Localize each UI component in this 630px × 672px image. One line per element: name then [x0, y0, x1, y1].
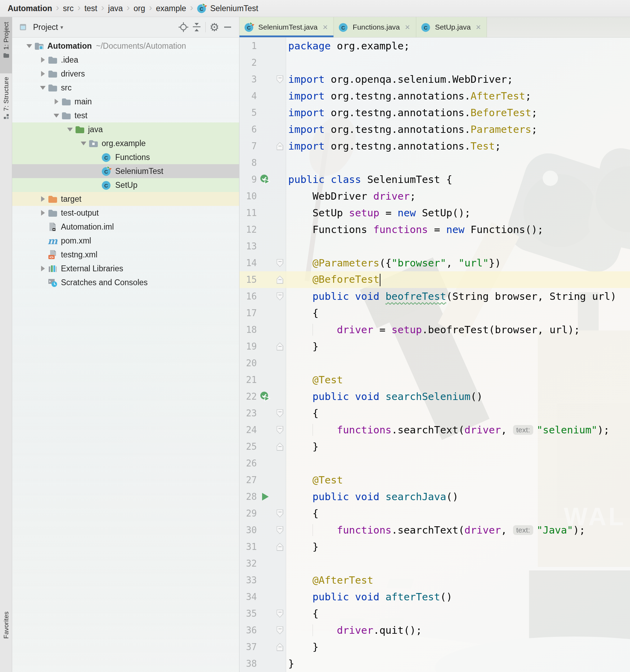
tree-item--idea[interactable]: .idea	[12, 53, 239, 67]
chevron-down-icon[interactable]: ▾	[61, 24, 63, 31]
line-number[interactable]: 1	[239, 41, 257, 51]
breadcrumb-item-java[interactable]: java	[108, 4, 123, 13]
fold-marker-up[interactable]	[274, 543, 286, 551]
close-icon[interactable]: ✕	[475, 23, 481, 31]
tree-item-pom-xml[interactable]: mpom.xml	[12, 234, 239, 248]
close-icon[interactable]: ✕	[405, 23, 410, 31]
line-number[interactable]: 12	[239, 224, 257, 235]
fold-marker-down[interactable]	[274, 610, 286, 618]
breadcrumb-item-seleniumtest[interactable]: CSeleniumTest	[197, 3, 258, 14]
fold-marker-up[interactable]	[274, 643, 286, 651]
line-number[interactable]: 15	[239, 274, 257, 285]
tree-expanded-arrow[interactable]	[79, 142, 88, 145]
editor-tab-functions-java[interactable]: CFunctions.java✕	[334, 17, 416, 37]
tool-window-button-favorites[interactable]: Favorites	[0, 611, 12, 667]
run-icon[interactable]	[257, 492, 274, 501]
tree-item-scratches-and-consoles[interactable]: Scratches and Consoles	[12, 275, 239, 289]
fold-marker-down[interactable]	[274, 626, 286, 634]
tree-collapsed-arrow[interactable]	[38, 71, 47, 77]
line-number[interactable]: 25	[239, 441, 257, 452]
line-number[interactable]: 29	[239, 508, 257, 519]
editor-tab-seleniumtest-java[interactable]: CSeleniumTest.java✕	[239, 17, 334, 37]
fold-marker-down[interactable]	[274, 75, 286, 83]
line-number[interactable]: 19	[239, 341, 257, 352]
line-number[interactable]: 3	[239, 74, 257, 85]
line-number[interactable]: 20	[239, 358, 257, 368]
line-number[interactable]: 16	[239, 291, 257, 302]
line-number[interactable]: 21	[239, 375, 257, 385]
fold-marker-down[interactable]	[274, 259, 286, 267]
hide-icon[interactable]	[221, 21, 234, 34]
tree-item-src[interactable]: src	[12, 81, 239, 95]
line-number[interactable]: 2	[239, 57, 257, 68]
tree-expanded-arrow[interactable]	[52, 114, 61, 118]
line-number[interactable]: 31	[239, 542, 257, 552]
tree-expanded-arrow[interactable]	[25, 44, 34, 48]
fold-marker-down[interactable]	[274, 426, 286, 434]
tree-item-main[interactable]: main	[12, 95, 239, 109]
line-number[interactable]: 35	[239, 608, 257, 619]
fold-marker-down[interactable]	[274, 526, 286, 534]
tree-item-seleniumtest[interactable]: CSeleniumTest	[12, 164, 239, 178]
breadcrumb-item-org[interactable]: org	[134, 4, 145, 13]
line-number[interactable]: 36	[239, 625, 257, 635]
line-number[interactable]: 9	[239, 174, 257, 185]
line-number[interactable]: 23	[239, 408, 257, 418]
tool-window-button-7-structure[interactable]: 7: Structure	[0, 72, 12, 160]
panel-title[interactable]: Project	[33, 23, 58, 32]
line-number[interactable]: 14	[239, 258, 257, 268]
line-number[interactable]: 33	[239, 575, 257, 585]
tool-window-button-1-project[interactable]: 1: Project	[0, 17, 12, 73]
tree-item-testng-xml[interactable]: <>testng.xml	[12, 248, 239, 262]
tree-collapsed-arrow[interactable]	[52, 99, 61, 104]
line-number[interactable]: 5	[239, 107, 257, 118]
line-number[interactable]: 11	[239, 208, 257, 218]
fold-marker-down[interactable]	[274, 293, 286, 301]
line-number[interactable]: 13	[239, 241, 257, 251]
close-icon[interactable]: ✕	[322, 23, 328, 31]
line-number[interactable]: 7	[239, 141, 257, 151]
code-editor[interactable]: 1package org.example;23import org.openqa…	[239, 38, 630, 672]
tree-expanded-arrow[interactable]	[65, 128, 74, 131]
tree-expanded-arrow[interactable]	[38, 86, 47, 90]
line-number[interactable]: 28	[239, 491, 257, 502]
tree-collapsed-arrow[interactable]	[38, 210, 47, 216]
tree-collapsed-arrow[interactable]	[38, 57, 47, 63]
tree-item-automation[interactable]: Automation~/Documents/Automation	[12, 39, 239, 53]
tree-item-automation-iml[interactable]: Automation.iml	[12, 220, 239, 234]
tree-item-setup[interactable]: CSetUp	[12, 178, 239, 192]
line-number[interactable]: 10	[239, 191, 257, 201]
breadcrumb-item-example[interactable]: example	[156, 4, 186, 13]
tree-item-test[interactable]: test	[12, 109, 239, 122]
fold-marker-up[interactable]	[274, 343, 286, 351]
line-number[interactable]: 38	[239, 658, 257, 669]
breadcrumb-item-test[interactable]: test	[84, 4, 97, 13]
breadcrumb-item-src[interactable]: src	[63, 4, 74, 13]
collapse-all-icon[interactable]	[190, 21, 203, 34]
line-number[interactable]: 30	[239, 525, 257, 535]
fold-marker-down[interactable]	[274, 510, 286, 518]
tree-item-target[interactable]: target	[12, 192, 239, 206]
line-number[interactable]: 32	[239, 558, 257, 569]
fold-marker-up[interactable]	[274, 443, 286, 451]
fold-marker-down[interactable]	[274, 409, 286, 417]
tree-collapsed-arrow[interactable]	[38, 266, 47, 271]
line-number[interactable]: 24	[239, 425, 257, 435]
locate-icon[interactable]	[177, 21, 190, 34]
line-number[interactable]: 17	[239, 308, 257, 318]
tree-collapsed-arrow[interactable]	[38, 196, 47, 202]
tree-item-test-output[interactable]: test-output	[12, 206, 239, 220]
tree-item-functions[interactable]: CFunctions	[12, 150, 239, 164]
run-test-passed-icon[interactable]	[257, 174, 274, 185]
breadcrumb-item-automation[interactable]: Automation	[8, 4, 52, 13]
line-number[interactable]: 27	[239, 475, 257, 485]
fold-marker-up[interactable]	[274, 276, 286, 284]
line-number[interactable]: 34	[239, 592, 257, 602]
run-test-passed-icon[interactable]	[257, 391, 274, 402]
settings-icon[interactable]: ⚙	[208, 21, 221, 34]
line-number[interactable]: 6	[239, 124, 257, 135]
line-number[interactable]: 4	[239, 91, 257, 101]
tree-item-org-example[interactable]: org.example	[12, 136, 239, 150]
line-number[interactable]: 37	[239, 642, 257, 652]
fold-marker-up[interactable]	[274, 142, 286, 150]
